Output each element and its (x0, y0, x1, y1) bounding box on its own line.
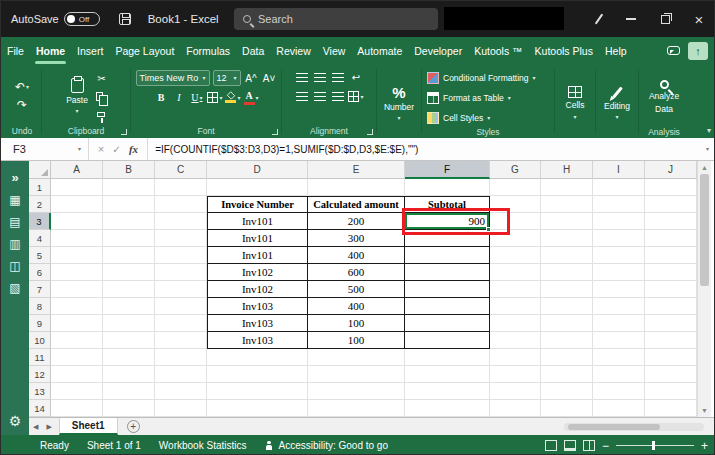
row-header-3[interactable]: 3 (29, 213, 51, 230)
cell-F13[interactable] (405, 383, 490, 400)
alignment-dialog-launcher[interactable] (367, 129, 373, 135)
cell-H2[interactable] (541, 196, 593, 213)
cell-I9[interactable] (593, 315, 645, 332)
cell-E5[interactable]: 400 (308, 247, 405, 264)
column-header-F[interactable]: F (405, 161, 490, 179)
cell-F9[interactable] (405, 315, 490, 332)
copy-button[interactable]: ▾ (94, 89, 109, 104)
cell-D11[interactable] (207, 349, 308, 366)
cell-A9[interactable] (51, 315, 103, 332)
cell-C11[interactable] (155, 349, 207, 366)
cell-F7[interactable] (405, 281, 490, 298)
cell-E7[interactable]: 500 (308, 281, 405, 298)
cell-F8[interactable] (405, 298, 490, 315)
autosave-toggle[interactable]: Off (64, 12, 100, 26)
cell-I14[interactable] (593, 400, 645, 417)
column-header-A[interactable]: A (51, 161, 103, 179)
cell-D14[interactable] (207, 400, 308, 417)
cell-E8[interactable]: 400 (308, 298, 405, 315)
row-header-10[interactable]: 10 (29, 332, 51, 349)
cell-G11[interactable] (490, 349, 541, 366)
column-header-C[interactable]: C (155, 161, 207, 179)
cell-J9[interactable] (645, 315, 697, 332)
comments-button[interactable] (667, 46, 680, 55)
format-painter-button[interactable] (94, 107, 109, 122)
cell-F6[interactable] (405, 264, 490, 281)
cell-F12[interactable] (405, 366, 490, 383)
chart-pane-icon[interactable]: ▧ (9, 282, 20, 294)
cell-D13[interactable] (207, 383, 308, 400)
cell-G8[interactable] (490, 298, 541, 315)
tab-formulas[interactable]: Formulas (180, 37, 236, 64)
cell-I12[interactable] (593, 366, 645, 383)
cell-G4[interactable] (490, 230, 541, 247)
tab-developer[interactable]: Developer (408, 37, 468, 64)
zoom-out-button[interactable]: − (602, 440, 609, 452)
cell-B7[interactable] (103, 281, 155, 298)
tab-view[interactable]: View (317, 37, 352, 64)
scroll-up-icon[interactable]: ▲ (701, 164, 708, 171)
cell-G5[interactable] (490, 247, 541, 264)
collapse-ribbon-icon[interactable]: ▾ (707, 126, 711, 135)
row-header-12[interactable]: 12 (29, 366, 51, 383)
row-header-8[interactable]: 8 (29, 298, 51, 315)
row-header-7[interactable]: 7 (29, 281, 51, 298)
cell-A2[interactable] (51, 196, 103, 213)
cell-E11[interactable] (308, 349, 405, 366)
cell-B12[interactable] (103, 366, 155, 383)
column-header-J[interactable]: J (645, 161, 697, 179)
cell-E4[interactable]: 300 (308, 230, 405, 247)
cell-D4[interactable]: Inv101 (207, 230, 308, 247)
clipboard-dialog-launcher[interactable] (121, 129, 127, 135)
cell-A8[interactable] (51, 298, 103, 315)
cell-I3[interactable] (593, 213, 645, 230)
cell-F10[interactable] (405, 332, 490, 349)
name-box[interactable]: F3▾ (1, 138, 89, 160)
cell-F4[interactable] (405, 230, 490, 247)
tab-file[interactable]: File (1, 37, 30, 64)
fill-handle[interactable] (486, 227, 491, 232)
row-header-1[interactable]: 1 (29, 179, 51, 196)
column-header-B[interactable]: B (103, 161, 155, 179)
cell-D10[interactable]: Inv103 (207, 332, 308, 349)
cell-D9[interactable]: Inv103 (207, 315, 308, 332)
page-layout-view-button[interactable] (564, 440, 576, 451)
cell-E2[interactable]: Calculated amount (308, 196, 405, 213)
tab-review[interactable]: Review (270, 37, 316, 64)
cell-H7[interactable] (541, 281, 593, 298)
cell-J14[interactable] (645, 400, 697, 417)
cell-A5[interactable] (51, 247, 103, 264)
cell-G1[interactable] (490, 179, 541, 196)
tab-help[interactable]: Help (599, 37, 633, 64)
cell-D5[interactable]: Inv101 (207, 247, 308, 264)
tab-kutools[interactable]: Kutools ™ (468, 37, 528, 64)
cell-B3[interactable] (103, 213, 155, 230)
grow-font-button[interactable]: A^ (244, 71, 259, 86)
align-top-button[interactable] (295, 70, 310, 85)
align-center-button[interactable] (312, 89, 327, 104)
row-header-14[interactable]: 14 (29, 400, 51, 417)
bold-button[interactable]: B (153, 90, 168, 105)
align-middle-button[interactable] (313, 70, 328, 85)
cell-D12[interactable] (207, 366, 308, 383)
cell-J7[interactable] (645, 281, 697, 298)
row-header-2[interactable]: 2 (29, 196, 51, 213)
cell-A13[interactable] (51, 383, 103, 400)
cell-I7[interactable] (593, 281, 645, 298)
new-sheet-button[interactable]: + (127, 420, 140, 433)
search-box[interactable]: Search (234, 8, 438, 30)
cell-J11[interactable] (645, 349, 697, 366)
sheet-nav-left-icon[interactable]: ◀ (29, 423, 42, 431)
cancel-icon[interactable]: × (98, 143, 104, 155)
cell-H1[interactable] (541, 179, 593, 196)
cell-E10[interactable]: 100 (308, 332, 405, 349)
cell-I6[interactable] (593, 264, 645, 281)
cell-J2[interactable] (645, 196, 697, 213)
cell-I4[interactable] (593, 230, 645, 247)
scroll-down-icon[interactable]: ▼ (701, 407, 708, 414)
save-button[interactable] (114, 8, 136, 30)
row-header-9[interactable]: 9 (29, 315, 51, 332)
column-header-I[interactable]: I (593, 161, 645, 179)
cell-C10[interactable] (155, 332, 207, 349)
wrap-text-button[interactable]: ↩ (349, 70, 364, 85)
